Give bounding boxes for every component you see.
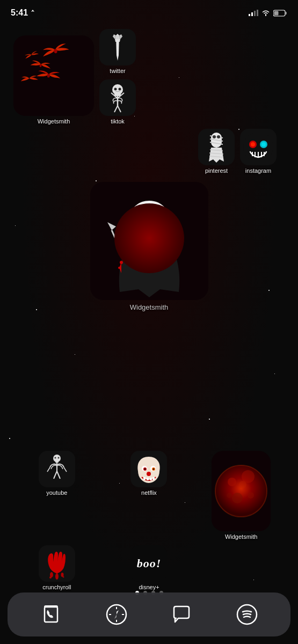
crunchyroll-icon-img [41, 547, 73, 580]
youtube-app[interactable]: youtube [13, 451, 100, 496]
svg-rect-1 [251, 12, 253, 16]
widgetsmith-ghost-label: Widgetsmith [130, 303, 169, 311]
home-screen: Widgetsmith twitter [0, 24, 298, 322]
svg-point-68 [248, 492, 254, 499]
svg-line-48 [54, 471, 57, 479]
svg-point-65 [228, 478, 236, 486]
status-icons [249, 10, 287, 17]
netflix-app[interactable]: netflix [106, 451, 193, 496]
messages-icon [170, 603, 193, 626]
boo-text-display: boo! [137, 557, 162, 570]
twitter-label: twitter [110, 68, 125, 74]
status-bar: 5:41 [0, 0, 298, 24]
disney-app[interactable]: boo! disney+ [106, 545, 193, 590]
widgetsmith-ghost-widget[interactable]: Widgetsmith [11, 182, 287, 311]
bats-illustration [16, 38, 91, 113]
svg-rect-3 [257, 10, 258, 16]
crunchyroll-label: crunchyroll [42, 584, 71, 590]
widgetsmith-moon-widget[interactable]: Widgetsmith [198, 451, 285, 540]
svg-rect-60 [143, 477, 146, 480]
messages-app[interactable] [168, 601, 195, 628]
svg-rect-63 [152, 477, 155, 480]
dock [8, 592, 290, 636]
svg-point-45 [57, 457, 59, 459]
svg-point-75 [49, 576, 52, 579]
tiktok-label: tiktok [111, 118, 125, 125]
compass-icon [105, 603, 128, 626]
wifi-icon [261, 10, 270, 16]
disney-label: disney+ [139, 584, 159, 590]
tiktok-icon-img [104, 82, 132, 113]
svg-point-67 [232, 493, 243, 503]
svg-point-24 [217, 135, 220, 138]
svg-point-73 [55, 573, 59, 580]
svg-point-69 [227, 493, 232, 498]
svg-rect-2 [254, 11, 256, 16]
twitter-app[interactable]: twitter [99, 29, 136, 74]
battery-icon [273, 10, 287, 17]
svg-rect-0 [249, 14, 250, 16]
pinterest-app[interactable]: pinterest [198, 129, 235, 174]
svg-point-58 [153, 469, 155, 470]
svg-rect-11 [114, 93, 121, 96]
phone-app[interactable] [37, 601, 65, 628]
svg-line-16 [118, 106, 121, 112]
svg-point-78 [237, 605, 257, 624]
youtube-icon-img [41, 453, 73, 485]
signal-icon [249, 10, 258, 16]
svg-point-32 [261, 142, 266, 147]
widgetsmith-bats-label: Widgetsmith [38, 118, 70, 125]
svg-point-57 [144, 469, 146, 470]
spotify-icon [235, 603, 259, 626]
svg-point-76 [62, 576, 64, 578]
instagram-label: instagram [245, 167, 271, 174]
svg-point-44 [54, 457, 56, 459]
safari-app[interactable] [103, 601, 130, 628]
pinterest-icon-img [202, 130, 230, 164]
crunchyroll-app[interactable]: crunchyroll [13, 545, 100, 590]
svg-point-59 [147, 472, 151, 476]
svg-rect-5 [286, 12, 287, 14]
svg-point-13 [119, 88, 121, 91]
widgetsmith-moon-label: Widgetsmith [225, 533, 258, 540]
tiktok-app[interactable]: tiktok [99, 79, 136, 125]
spotify-app[interactable] [233, 601, 261, 628]
svg-rect-62 [150, 478, 152, 480]
svg-line-51 [64, 467, 67, 472]
svg-rect-46 [55, 461, 59, 463]
svg-rect-6 [274, 11, 279, 15]
bottom-section: youtube [0, 451, 298, 590]
svg-line-50 [47, 467, 50, 472]
svg-line-49 [57, 471, 60, 479]
svg-point-12 [114, 88, 117, 91]
time-display: 5:41 [11, 8, 35, 18]
phone-icon [39, 603, 63, 626]
svg-point-31 [251, 142, 255, 147]
svg-point-23 [213, 135, 216, 138]
svg-rect-61 [147, 478, 149, 480]
widgetsmith-bats-widget[interactable]: Widgetsmith [13, 35, 94, 125]
svg-line-15 [114, 106, 118, 112]
twitter-icon-img [104, 31, 131, 63]
location-icon [30, 10, 35, 16]
moon-illustration [213, 452, 270, 530]
netflix-label: netflix [141, 489, 157, 496]
instagram-app[interactable]: instagram [240, 129, 277, 174]
youtube-label: youtube [46, 489, 67, 496]
instagram-icon-img [242, 130, 275, 164]
netflix-icon-img [132, 452, 165, 486]
svg-point-43 [53, 455, 61, 462]
pinterest-label: pinterest [205, 167, 228, 174]
svg-point-70 [239, 481, 246, 488]
